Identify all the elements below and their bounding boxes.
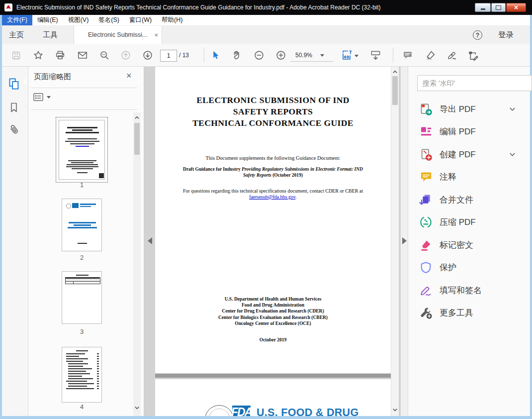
tool-fill-sign[interactable]: 填写和签名 <box>419 282 521 299</box>
tools-list: 导出 PDF 编辑 PDF 创建 PDF 注释 合并文件 压缩 PDF 标记密文 <box>419 101 521 321</box>
page-number-input[interactable] <box>160 50 177 62</box>
tool-label: 标记密文 <box>440 239 473 251</box>
organization-block: U.S. Department of Health and Human Serv… <box>155 296 391 326</box>
print-button[interactable] <box>54 49 66 61</box>
tool-compress-pdf[interactable]: 压缩 PDF <box>419 214 521 231</box>
tab-close-icon[interactable]: × <box>154 31 158 39</box>
maximize-button[interactable] <box>491 3 506 12</box>
scrollbar-thumb[interactable] <box>134 123 140 155</box>
expand-right-panel-icon[interactable] <box>402 237 407 244</box>
thumbnail-label: 4 <box>59 403 105 411</box>
tool-comment[interactable]: 注释 <box>419 169 521 186</box>
page-up-icon <box>120 50 131 61</box>
tab-document[interactable]: Electronic Submissi... × <box>74 26 162 44</box>
thumbnails-panel-close-icon[interactable]: × <box>126 71 132 81</box>
fda-logo-icon: FDA <box>232 406 251 416</box>
page-down-button[interactable] <box>142 49 154 61</box>
sign-in-button[interactable]: 登录 <box>498 30 514 40</box>
thumbnails-options-button[interactable] <box>33 93 51 102</box>
minimize-button[interactable] <box>475 3 491 12</box>
select-tool-button[interactable] <box>209 49 221 61</box>
help-button[interactable]: ? <box>473 30 482 40</box>
menu-bar: 文件(F) 编辑(E) 视图(V) 签名(S) 窗口(W) 帮助(H) <box>2 15 530 26</box>
page-thumbnails-button[interactable] <box>6 76 21 91</box>
scroll-up-icon <box>392 69 398 75</box>
tool-label: 合并文件 <box>440 194 473 206</box>
comment-tool-icon <box>419 170 433 184</box>
page-down-icon <box>142 50 153 61</box>
menu-window[interactable]: 窗口(W) <box>124 15 157 25</box>
window-title: Electronic Submission of IND Safety Repo… <box>16 4 381 11</box>
scroll-down-icon <box>392 407 398 413</box>
thumbnail-page-2[interactable] <box>62 199 102 251</box>
menu-edit[interactable]: 编辑(E) <box>32 15 63 25</box>
scroll-down-icon <box>134 405 140 411</box>
tool-redact[interactable]: 标记密文 <box>419 236 521 253</box>
thumbnails-panel-title: 页面缩略图 <box>34 72 71 82</box>
tool-label: 导出 PDF <box>440 104 476 115</box>
pdf-page-1[interactable]: ELECTRONIC SUBMISSION OF IND SAFETY REPO… <box>155 67 391 373</box>
tool-more-tools[interactable]: 更多工具 <box>419 305 521 321</box>
bookmarks-button[interactable] <box>6 100 21 115</box>
save-icon <box>11 50 21 61</box>
tab-tools[interactable]: 工具 <box>43 26 58 44</box>
toolbar-dock-button[interactable] <box>369 49 381 61</box>
attachments-button[interactable] <box>6 122 21 137</box>
search-tools-button[interactable] <box>98 49 110 61</box>
options-list-icon <box>33 93 44 102</box>
tool-label: 创建 PDF <box>440 149 476 160</box>
export-pdf-icon <box>419 103 433 116</box>
zoom-out-icon <box>254 50 265 61</box>
hand-tool-button[interactable] <box>231 49 243 61</box>
menu-view[interactable]: 视图(V) <box>63 15 94 25</box>
collapse-left-panel-icon[interactable] <box>148 237 152 244</box>
tools-search-input[interactable] <box>417 75 532 91</box>
zoom-level-dropdown[interactable]: 50.9% <box>290 49 333 62</box>
menu-file[interactable]: 文件(F) <box>2 15 32 25</box>
tool-export-pdf[interactable]: 导出 PDF <box>419 101 521 117</box>
thumbnails-scrollbar[interactable] <box>133 112 141 416</box>
scroll-up-icon <box>134 115 140 120</box>
tools-panel: 导出 PDF 编辑 PDF 创建 PDF 注释 合并文件 压缩 PDF 标记密文 <box>408 67 530 416</box>
sign-pen-icon <box>446 50 457 61</box>
tool-protect[interactable]: 保护 <box>419 259 521 276</box>
search-tools-icon <box>99 50 110 61</box>
tab-bar: 主页 工具 Electronic Submissi... × ? 登录 <box>2 26 530 44</box>
toolbar-dock-icon <box>370 50 381 61</box>
thumbnail-page-1[interactable] <box>59 120 105 180</box>
scrollbar-thumb[interactable] <box>392 76 398 105</box>
window-border-bottom <box>0 416 532 419</box>
acrobat-reader-window: { "window": { "title": "Electronic Submi… <box>0 0 532 419</box>
maximize-icon <box>496 5 501 10</box>
thumbnail-page-3[interactable] <box>62 271 102 324</box>
tool-combine-files[interactable]: 合并文件 <box>419 191 521 208</box>
tab-home[interactable]: 主页 <box>9 26 24 44</box>
close-button[interactable]: ✕ <box>506 3 526 12</box>
email-link[interactable]: faersesub@fda.hhs.gov <box>249 194 295 200</box>
tool-create-pdf[interactable]: 创建 PDF <box>419 146 521 163</box>
acrobat-logo-icon <box>4 3 12 11</box>
document-scrollbar[interactable] <box>391 67 399 416</box>
active-panel-notch <box>23 77 27 86</box>
zoom-out-button[interactable] <box>253 49 265 61</box>
sign-button[interactable] <box>446 49 458 61</box>
zoom-in-button[interactable] <box>275 49 287 61</box>
tool-label: 填写和签名 <box>440 285 482 296</box>
print-icon <box>55 50 66 61</box>
menu-help[interactable]: 帮助(H) <box>157 15 187 25</box>
toolbar-separator <box>204 48 204 63</box>
email-button[interactable] <box>77 49 89 61</box>
page-separator <box>155 374 391 378</box>
pdf-page-2-partial[interactable]: FDA U.S. FOOD & DRUG <box>155 379 391 416</box>
fit-width-button[interactable] <box>341 49 353 61</box>
edit-page-button[interactable] <box>467 49 479 61</box>
thumbnail-page-4[interactable] <box>62 347 102 403</box>
menu-sign[interactable]: 签名(S) <box>93 15 124 25</box>
highlight-button[interactable] <box>425 49 437 61</box>
tool-edit-pdf[interactable]: 编辑 PDF <box>419 123 521 140</box>
comment-button[interactable] <box>402 49 414 61</box>
attachments-icon <box>7 123 21 136</box>
page-up-button <box>120 49 132 61</box>
fit-width-chevron-icon[interactable] <box>355 55 358 57</box>
star-button[interactable] <box>32 49 44 61</box>
